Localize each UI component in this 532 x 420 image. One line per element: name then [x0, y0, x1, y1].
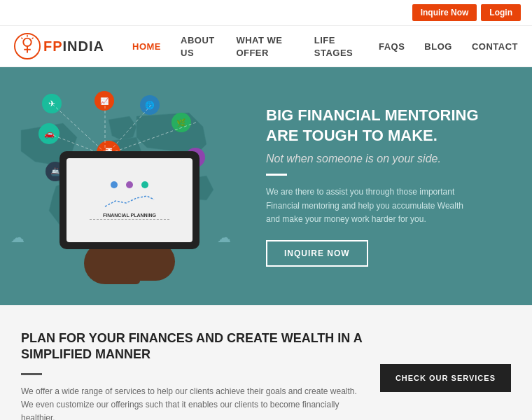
hero-section: ✈ 📈 🌐 🚗 ₹ 🌿 🏠 🚢	[0, 67, 532, 305]
map-icon-plane: ✈	[42, 94, 62, 113]
map-icon-chart: 📈	[94, 91, 114, 111]
nav-what-we-offer[interactable]: WHAT WE OFFER	[236, 35, 282, 58]
bottom-section: PLAN FOR YOUR FINANCES AND CREATE WEALTH…	[0, 305, 532, 420]
tablet-label: FINANCIAL PLANNING	[103, 213, 156, 218]
logo-icon	[14, 33, 41, 59]
topbar-login-button[interactable]: Login	[481, 4, 521, 21]
nav-faqs[interactable]: FAQS	[379, 41, 405, 52]
hero-subtitle: Not when someone is on your side.	[266, 153, 511, 165]
hero-title: BIG FINANCIAL MENTORING ARE TOUGH TO MAK…	[266, 106, 511, 146]
hero-description: We are there to assist you through those…	[266, 186, 476, 226]
svg-line-6	[21, 38, 22, 39]
chart-svg	[102, 192, 158, 210]
navbar: FPINDIA HOME ABOUT US WHAT WE OFFER LIFE…	[0, 26, 532, 67]
hero-inquire-button[interactable]: INQUIRE NOW	[266, 240, 368, 267]
hero-text-area: BIG FINANCIAL MENTORING ARE TOUGH TO MAK…	[259, 92, 532, 281]
nav-contact[interactable]: CONTACT	[472, 41, 518, 52]
bottom-description: We offer a wide range of services to hel…	[21, 385, 357, 420]
map-icon-leaf: 🌿	[172, 113, 191, 132]
bottom-text: PLAN FOR YOUR FINANCES AND CREATE WEALTH…	[21, 330, 366, 420]
bottom-title: PLAN FOR YOUR FINANCES AND CREATE WEALTH…	[21, 330, 366, 363]
bottom-divider	[21, 373, 42, 375]
tablet-area: FINANCIAL PLANNING	[38, 151, 220, 284]
hero-divider	[266, 174, 287, 176]
logo[interactable]: FPINDIA	[14, 33, 104, 59]
nav-life-stages[interactable]: LIFE STAGES	[314, 35, 354, 58]
map-icon-globe: 🌐	[140, 95, 160, 115]
nav-links: HOME ABOUT US WHAT WE OFFER LIFE STAGES …	[132, 34, 518, 59]
cloud-icon-left: ☁	[10, 229, 24, 246]
check-services-button[interactable]: CHECK OUR SERVICES	[380, 364, 511, 392]
top-bar: Inquire Now Login	[0, 0, 532, 26]
nav-blog[interactable]: BLOG	[424, 41, 452, 52]
topbar-inquire-button[interactable]: Inquire Now	[412, 4, 477, 21]
nav-home[interactable]: HOME	[132, 41, 161, 52]
hero-image: ✈ 📈 🌐 🚗 ₹ 🌿 🏠 🚢	[0, 81, 259, 291]
nav-about[interactable]: ABOUT US	[181, 35, 215, 58]
svg-line-5	[32, 38, 34, 39]
logo-text: FPINDIA	[43, 38, 104, 55]
map-icon-car: 🚗	[38, 123, 59, 144]
svg-point-1	[23, 38, 31, 46]
